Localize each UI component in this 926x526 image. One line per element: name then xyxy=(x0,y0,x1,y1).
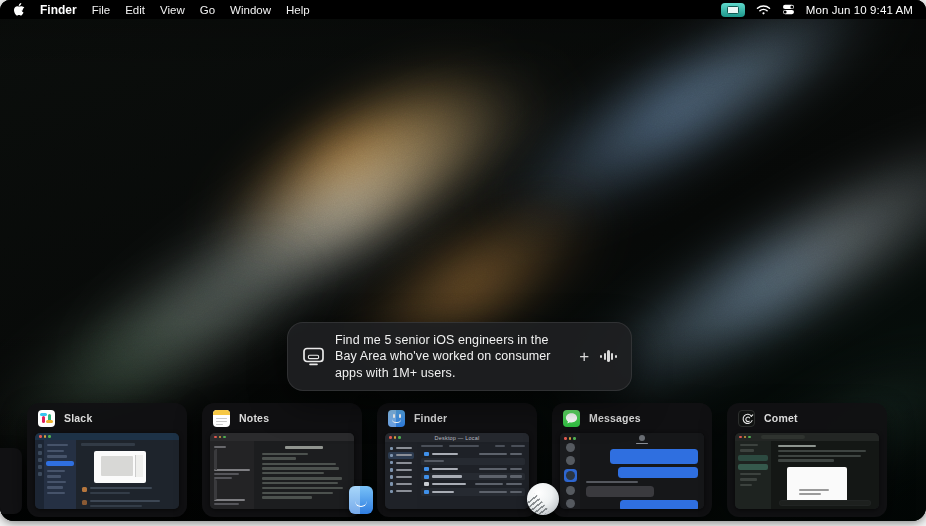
decor-shape xyxy=(740,473,761,475)
decor-shape xyxy=(510,491,522,493)
comet-sidebar-highlight xyxy=(738,455,768,462)
decor-shape xyxy=(388,445,414,452)
finder-window-title: Desktop — Local xyxy=(385,435,529,441)
app-card-notes[interactable]: Notes xyxy=(202,403,362,517)
decor-shape xyxy=(38,472,42,476)
app-card-finder[interactable]: Finder Desktop — Local xyxy=(377,403,537,517)
decor-shape xyxy=(778,455,861,457)
notes-window-thumbnail[interactable] xyxy=(210,433,354,509)
attach-plus-button[interactable]: + xyxy=(579,348,589,365)
finder-dock-icon[interactable] xyxy=(349,486,373,514)
decor-shape xyxy=(13,3,25,17)
app-card-messages[interactable]: Messages xyxy=(552,403,712,517)
decor-shape xyxy=(510,475,522,477)
decor-shape xyxy=(262,487,343,489)
decor-shape xyxy=(390,490,393,493)
decor-shape xyxy=(396,476,412,478)
finder-file-row xyxy=(421,480,525,488)
menu-bar-clock[interactable]: Mon Jun 10 9:41 AM xyxy=(806,4,913,16)
decor-shape xyxy=(495,445,505,447)
comet-content-pane xyxy=(771,441,879,509)
comet-window-thumbnail[interactable] xyxy=(735,433,879,509)
decor-shape xyxy=(262,496,312,498)
traffic-lights xyxy=(39,435,51,438)
decor-shape xyxy=(740,449,754,451)
decor-shape xyxy=(47,470,65,472)
finder-file-row xyxy=(421,473,525,481)
decor-shape xyxy=(48,435,51,438)
decor-shape xyxy=(216,421,227,422)
decor-shape xyxy=(393,414,395,418)
app-card-slack[interactable]: Slack xyxy=(27,403,187,517)
slack-window-thumbnail[interactable] xyxy=(35,433,179,509)
prompt-text[interactable]: Find me 5 senior iOS engineers in the Ba… xyxy=(335,332,569,381)
decor-shape xyxy=(479,475,507,477)
decor-shape xyxy=(740,412,755,427)
comet-app-icon xyxy=(738,410,755,427)
notes-editor xyxy=(254,441,354,509)
app-card-comet[interactable]: Comet xyxy=(727,403,887,517)
decor-shape xyxy=(38,444,42,448)
decor-shape xyxy=(47,450,64,452)
menu-bar: Finder File Edit View Go Window Help Mon… xyxy=(0,0,926,19)
ai-prompt-bar[interactable]: Find me 5 senior iOS engineers in the Ba… xyxy=(287,322,632,391)
partial-app-card[interactable] xyxy=(0,448,22,514)
comet-input-bar xyxy=(779,500,871,506)
menu-edit[interactable]: Edit xyxy=(125,4,145,16)
decor-shape xyxy=(424,452,429,456)
apple-menu-icon[interactable] xyxy=(13,3,25,17)
decor-shape xyxy=(573,437,576,440)
traffic-lights xyxy=(564,437,576,440)
decor-shape xyxy=(432,483,466,485)
decor-shape xyxy=(449,445,479,447)
finder-file-row xyxy=(421,465,525,473)
decor-shape xyxy=(740,478,757,480)
finder-file-list xyxy=(417,442,529,509)
messages-contact-header xyxy=(580,435,704,444)
decor-shape xyxy=(475,483,503,485)
messages-window-body xyxy=(560,433,704,509)
menu-go[interactable]: Go xyxy=(200,4,215,16)
slack-workspace-rail xyxy=(35,440,44,509)
decor-shape xyxy=(388,459,414,466)
decor-shape xyxy=(392,419,401,424)
chat-system-note xyxy=(586,481,638,483)
agent-cursor-orb[interactable] xyxy=(527,483,559,515)
screen-sharing-indicator[interactable] xyxy=(721,3,745,17)
decor-shape xyxy=(424,482,429,486)
decor-shape xyxy=(778,450,866,452)
menu-view[interactable]: View xyxy=(160,4,185,16)
menu-window[interactable]: Window xyxy=(230,4,271,16)
app-card-label: Messages xyxy=(589,412,641,424)
decor-shape xyxy=(388,488,414,495)
decor-shape xyxy=(778,459,834,461)
menu-file[interactable]: File xyxy=(92,4,111,16)
decor-shape xyxy=(388,467,414,474)
decor-shape xyxy=(390,475,393,478)
decor-shape xyxy=(90,505,142,507)
decor-shape xyxy=(38,465,42,469)
computer-icon xyxy=(302,347,325,366)
decor-shape xyxy=(636,443,648,445)
control-center-icon[interactable] xyxy=(782,4,795,15)
decor-shape xyxy=(47,455,67,457)
menu-help[interactable]: Help xyxy=(286,4,310,16)
decor-shape xyxy=(479,453,507,455)
decor-shape xyxy=(390,447,393,450)
decor-shape xyxy=(740,484,752,486)
decor-shape xyxy=(390,454,393,457)
decor-shape xyxy=(219,436,222,439)
finder-window-thumbnail[interactable]: Desktop — Local xyxy=(385,433,529,509)
finder-window-body xyxy=(385,442,529,509)
decor-shape xyxy=(262,457,296,459)
messages-window-thumbnail[interactable] xyxy=(560,433,704,509)
voice-waveform-icon[interactable] xyxy=(600,350,617,362)
notes-note-item xyxy=(214,479,250,509)
decor-shape xyxy=(210,433,354,441)
decor-shape xyxy=(615,355,617,358)
slack-sidebar xyxy=(44,440,76,509)
decor-shape xyxy=(735,433,879,441)
chat-bubble-sent xyxy=(610,449,698,464)
wifi-icon[interactable] xyxy=(756,4,771,15)
menu-app-name[interactable]: Finder xyxy=(40,3,77,17)
